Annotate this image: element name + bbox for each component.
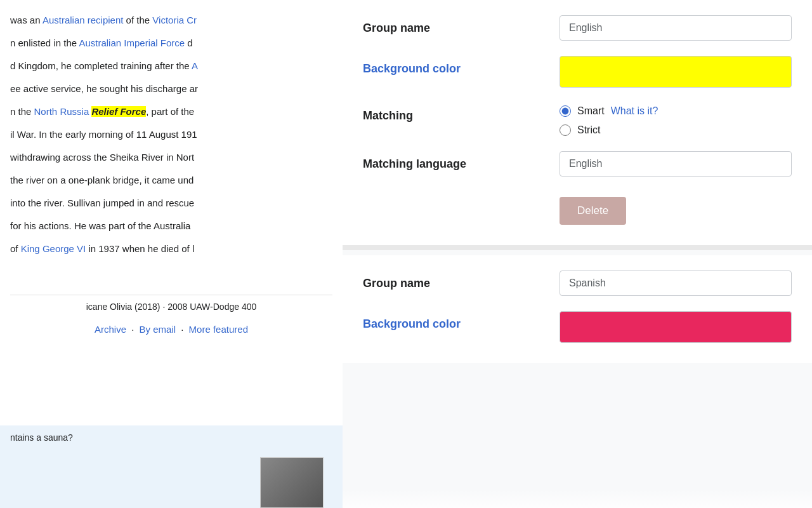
delete-button-wrapper: Delete — [560, 192, 792, 225]
matching-row: Matching Smart What is it? Strict — [363, 103, 792, 136]
group-name-input-2[interactable] — [560, 271, 792, 296]
article-text-11: of King George VI in 1937 when he died o… — [10, 241, 332, 257]
uaw-link-text: 2008 UAW-Dodge 400 — [167, 302, 256, 312]
group-name-label-1: Group name — [363, 15, 560, 35]
article-featured-text: icane Olivia (2018) · 2008 UAW-Dodge 400 — [86, 302, 257, 312]
group-name-input-wrapper-2 — [560, 271, 792, 296]
article-text-10: for his actions. He was part of the Aust… — [10, 218, 332, 234]
group-name-label-2: Group name — [363, 271, 560, 290]
article-text-4: ee active service, he sought his dischar… — [10, 81, 332, 97]
group-name-row-1: Group name — [363, 15, 792, 41]
settings-panel: Group name Background color Matching Sma… — [343, 0, 812, 508]
bottom-article-strip: ntains a sauna? — [0, 425, 343, 508]
matching-options: Smart What is it? Strict — [560, 103, 792, 136]
king-george-link[interactable]: King George VI — [21, 243, 86, 254]
article-text-2: n enlisted in the Australian Imperial Fo… — [10, 36, 332, 51]
more-featured-link[interactable]: More featured — [189, 324, 248, 335]
strict-radio[interactable] — [560, 124, 571, 136]
australian-recipient-link[interactable]: Australian recipient — [43, 15, 124, 25]
bottom-text: ntains a sauna? — [10, 431, 332, 444]
strict-label: Strict — [577, 124, 600, 136]
group-section-2: Group name Background color — [343, 255, 812, 363]
smart-radio[interactable] — [560, 105, 571, 117]
matching-label: Matching — [363, 103, 560, 123]
what-is-it-link[interactable]: What is it? — [611, 105, 658, 117]
group-name-input-1[interactable] — [560, 15, 792, 41]
bg-color-row-1: Background color — [363, 56, 792, 88]
bg-color-swatch-1[interactable] — [560, 56, 792, 88]
aif-link[interactable]: Australian Imperial Force — [79, 37, 185, 48]
group-name-row-2: Group name — [363, 271, 792, 296]
hurricane-link-text: icane Olivia (2018) — [86, 302, 160, 312]
bottom-article-text: ntains a sauna? — [0, 425, 343, 457]
article-text-8: the river on a one-plank bridge, it came… — [10, 173, 332, 188]
group-section-1: Group name Background color Matching Sma… — [343, 0, 812, 250]
bg-color-swatch-2[interactable] — [560, 311, 792, 343]
bottom-article-image — [260, 457, 324, 508]
by-email-link[interactable]: By email — [140, 324, 176, 335]
bg-color-label-1: Background color — [363, 56, 560, 76]
article-text-9: into the river. Sullivan jumped in and r… — [10, 196, 332, 211]
article-text-6: il War. In the early morning of 11 Augus… — [10, 127, 332, 142]
delete-row: Delete — [363, 192, 792, 225]
article-text-7: withdrawing across the Sheika River in N… — [10, 150, 332, 165]
bottom-nav: Archive · By email · More featured — [10, 322, 332, 337]
victoria-cross-link[interactable]: Victoria Cr — [152, 15, 197, 25]
article-panel: was an Australian recipient of the Victo… — [0, 0, 343, 508]
delete-button[interactable]: Delete — [560, 197, 626, 225]
article-text-1: was an Australian recipient of the Victo… — [10, 13, 332, 28]
matching-language-input[interactable] — [560, 151, 792, 177]
bg-color-swatch-wrapper-2 — [560, 311, 792, 343]
bg-color-row-2: Background color — [363, 311, 792, 343]
matching-language-input-wrapper — [560, 151, 792, 177]
north-russia-link[interactable]: North Russia — [34, 106, 89, 117]
smart-radio-option[interactable]: Smart What is it? — [560, 105, 792, 117]
bg-color-label-2: Background color — [363, 311, 560, 331]
matching-language-row: Matching language — [363, 151, 792, 177]
bg-color-swatch-wrapper-1 — [560, 56, 792, 88]
smart-label: Smart — [577, 105, 605, 117]
delete-label-spacer — [363, 192, 560, 198]
strict-radio-option[interactable]: Strict — [560, 124, 792, 136]
article-text-3: d Kingdom, he completed training after t… — [10, 58, 332, 74]
article-link-a[interactable]: A — [192, 60, 198, 71]
group-name-input-wrapper-1 — [560, 15, 792, 41]
article-text-5: n the North Russia Relief Force, part of… — [10, 104, 332, 119]
matching-language-label: Matching language — [363, 151, 560, 171]
matching-options-wrapper: Smart What is it? Strict — [560, 103, 792, 136]
relief-force-highlight: Relief Force — [91, 106, 146, 117]
archive-link[interactable]: Archive — [95, 324, 126, 335]
